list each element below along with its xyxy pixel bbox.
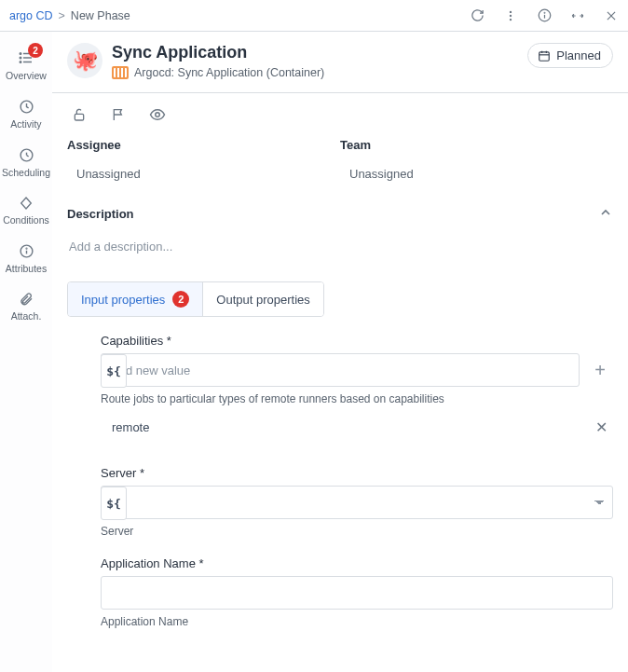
tab-label: Output properties (216, 293, 309, 307)
svg-point-5 (544, 12, 545, 13)
svg-line-17 (26, 156, 28, 157)
svg-point-12 (20, 57, 21, 59)
top-bar: argo CD > New Phase (0, 0, 628, 32)
flag-icon[interactable] (110, 106, 127, 123)
container-icon (112, 66, 129, 79)
chevron-up-icon[interactable] (598, 205, 613, 223)
svg-rect-21 (539, 51, 550, 60)
main-panel: 🐙 Sync Application Argocd: Sync Applicat… (52, 32, 628, 672)
variable-button[interactable]: ${ (101, 487, 127, 520)
svg-rect-25 (75, 114, 83, 120)
page-header: 🐙 Sync Application Argocd: Sync Applicat… (52, 32, 628, 93)
field-capabilities: ${ Capabilities * + Route jobs to partic… (101, 334, 613, 447)
assignee-label: Assignee (67, 138, 340, 152)
breadcrumb-parent[interactable]: argo CD (9, 9, 53, 22)
team-label: Team (340, 138, 613, 152)
close-icon[interactable] (604, 8, 619, 23)
avatar: 🐙 (67, 43, 102, 78)
svg-point-20 (26, 248, 27, 249)
tab-badge: 2 (172, 291, 189, 308)
sidebar-item-label: Overview (6, 70, 47, 81)
breadcrumb: argo CD > New Phase (9, 9, 470, 22)
tab-output-properties[interactable]: Output properties (202, 282, 322, 316)
field-server: ${ Server * Server (101, 466, 613, 538)
sidebar-item-conditions[interactable]: Conditions (0, 187, 52, 235)
capabilities-hint: Route jobs to particular types of remote… (101, 392, 613, 405)
diamond-icon (19, 196, 34, 211)
status-badge[interactable]: Planned (527, 43, 613, 68)
sidebar-item-label: Activity (10, 118, 41, 130)
status-text: Planned (556, 48, 601, 62)
calendar-icon (538, 49, 551, 62)
properties-tabs: Input properties 2 Output properties (67, 281, 324, 317)
sidebar-item-label: Attach. (11, 310, 42, 322)
svg-point-1 (510, 14, 512, 16)
sidebar-item-label: Attributes (6, 263, 47, 274)
action-row (67, 93, 613, 134)
description-input[interactable] (67, 228, 613, 276)
team-value[interactable]: Unassigned (340, 167, 613, 181)
capability-chip: remote ✕ (101, 405, 613, 447)
svg-point-13 (20, 62, 21, 63)
sidebar: 2 Overview Activity Scheduling Condition… (0, 32, 52, 672)
capabilities-label: Capabilities * (101, 334, 613, 348)
server-hint: Server (101, 525, 613, 538)
svg-point-11 (20, 53, 21, 55)
sidebar-item-attachments[interactable]: Attach. (0, 283, 52, 331)
refresh-icon[interactable] (470, 8, 485, 23)
breadcrumb-separator: > (59, 9, 65, 22)
variable-button[interactable]: ${ (101, 354, 127, 388)
description-header: Description (67, 196, 613, 228)
page-title: Sync Application (112, 43, 527, 62)
server-select[interactable] (101, 486, 613, 519)
assignee-value[interactable]: Unassigned (67, 167, 340, 181)
capabilities-input[interactable] (101, 353, 580, 387)
clock-icon (19, 147, 34, 163)
field-application-name: Application Name * Application Name (101, 556, 613, 628)
page-subtitle: Argocd: Sync Application (Container) (112, 66, 527, 79)
top-actions (470, 8, 619, 23)
tab-input-properties[interactable]: Input properties 2 (68, 282, 202, 316)
sidebar-item-attributes[interactable]: Attributes (0, 235, 52, 283)
capability-value: remote (112, 420, 149, 434)
application-name-hint: Application Name (101, 615, 613, 628)
svg-point-26 (156, 113, 160, 117)
tab-label: Input properties (81, 293, 165, 307)
expand-icon[interactable] (570, 8, 585, 23)
remove-capability-icon[interactable]: ✕ (595, 418, 608, 436)
sidebar-item-activity[interactable]: Activity (0, 90, 52, 139)
svg-point-2 (510, 18, 512, 20)
application-name-label: Application Name * (101, 556, 613, 570)
paperclip-icon (19, 292, 34, 307)
sidebar-item-label: Scheduling (2, 167, 50, 178)
server-label: Server * (101, 466, 613, 480)
eye-icon[interactable] (149, 106, 166, 123)
subtitle-text: Argocd: Sync Application (Container) (134, 66, 324, 79)
application-name-input[interactable] (101, 576, 613, 610)
description-label: Description (67, 207, 134, 221)
svg-point-0 (510, 10, 512, 12)
more-icon[interactable] (503, 8, 518, 23)
summary-grid: Assignee Unassigned Team Unassigned (67, 134, 613, 196)
info-icon[interactable] (537, 8, 552, 23)
breadcrumb-current: New Phase (71, 9, 130, 22)
unlock-icon[interactable] (71, 106, 88, 123)
activity-icon (19, 99, 34, 115)
sidebar-item-label: Conditions (3, 214, 49, 226)
sidebar-item-scheduling[interactable]: Scheduling (0, 139, 52, 187)
info-circle-icon (19, 243, 34, 259)
add-capability-button[interactable]: + (587, 357, 613, 383)
sidebar-item-overview[interactable]: 2 Overview (0, 41, 52, 90)
overview-badge: 2 (28, 43, 43, 58)
